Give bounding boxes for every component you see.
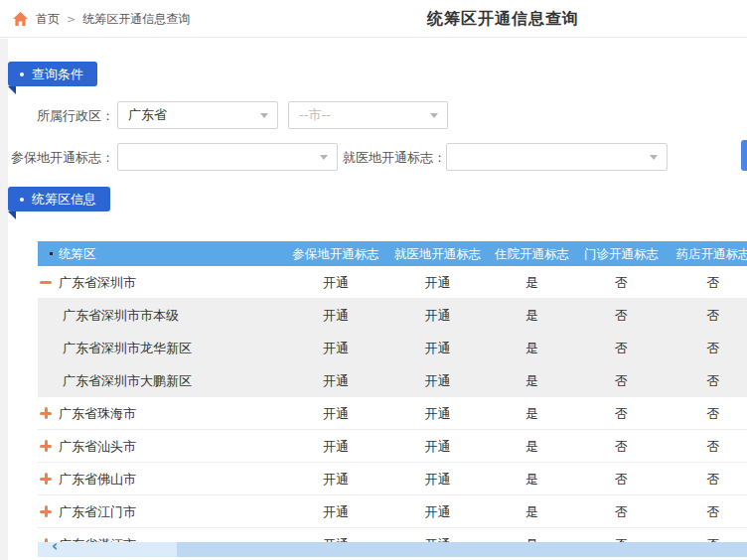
- cell-hospital-flag: 是: [490, 463, 574, 494]
- region-table: 统筹区 参保地开通标志 就医地开通标志 住院开通标志 门诊开通标志 药店开通标志…: [38, 241, 747, 560]
- section-header-info: 统筹区信息: [8, 187, 110, 211]
- col-header-hospital[interactable]: 住院开通标志: [490, 241, 574, 266]
- cell-hospital-flag: 是: [490, 364, 574, 396]
- cell-medical-flag: 开通: [385, 463, 490, 494]
- cell-insured-flag: 开通: [286, 266, 385, 298]
- cell-insured-flag: 开通: [286, 364, 385, 396]
- cell-clinic-flag: 否: [574, 364, 669, 396]
- chevron-down-icon: [430, 113, 438, 118]
- chevron-left-icon[interactable]: ‹: [52, 539, 58, 554]
- breadcrumb-current: 统筹区开通信息查询: [82, 11, 190, 28]
- toggle-icon[interactable]: [40, 473, 52, 485]
- cell-clinic-flag: 否: [574, 430, 669, 462]
- cell-pharmacy-flag: 否: [669, 266, 747, 298]
- medical-flag-select[interactable]: [446, 143, 668, 171]
- page: 首页 > 统筹区开通信息查询 统筹区开通信息查询 查询条件 所属行政区： 广东省…: [0, 0, 747, 560]
- home-icon[interactable]: [12, 11, 29, 27]
- cell-pharmacy-flag: 否: [669, 463, 747, 494]
- toggle-icon[interactable]: [40, 505, 52, 517]
- region-name: 广东省佛山市: [59, 463, 136, 494]
- chevron-down-icon: [320, 155, 328, 160]
- cell-pharmacy-flag: 否: [669, 397, 747, 429]
- city-select[interactable]: --市--: [288, 101, 448, 129]
- cell-insured-flag: 开通: [286, 463, 385, 494]
- breadcrumb-home[interactable]: 首页: [36, 11, 60, 28]
- cell-hospital-flag: 是: [490, 495, 574, 527]
- cell-pharmacy-flag: 否: [669, 495, 747, 527]
- chevron-down-icon: [650, 155, 658, 160]
- cell-hospital-flag: 是: [490, 430, 574, 462]
- chevron-down-icon: [260, 113, 268, 118]
- region-name: 广东省深圳市龙华新区: [63, 332, 192, 363]
- breadcrumb-separator: >: [67, 13, 75, 26]
- cell-hospital-flag: 是: [490, 397, 574, 429]
- col-header-insured[interactable]: 参保地开通标志: [286, 241, 385, 266]
- insured-flag-label: 参保地开通标志：: [0, 144, 114, 172]
- cell-pharmacy-flag: 否: [669, 332, 747, 363]
- region-label: 所属行政区：: [0, 102, 114, 130]
- table-body: 广东省深圳市 开通 开通 是 否 否 广东省深圳市市本级 开通 开通 是 否 否…: [38, 266, 747, 560]
- col-header-clinic[interactable]: 门诊开通标志: [574, 241, 669, 266]
- cell-medical-flag: 开通: [385, 495, 490, 527]
- cell-clinic-flag: 否: [574, 332, 669, 363]
- toggle-icon[interactable]: [40, 276, 52, 288]
- col-header-pharmacy[interactable]: 药店开通标志: [669, 241, 747, 266]
- province-select[interactable]: 广东省: [117, 101, 278, 129]
- top-bar: 首页 > 统筹区开通信息查询 统筹区开通信息查询: [0, 0, 747, 38]
- cell-pharmacy-flag: 否: [669, 364, 747, 396]
- region-name: 广东省江门市: [59, 495, 136, 527]
- cell-medical-flag: 开通: [385, 430, 490, 462]
- bullet-icon: [20, 198, 24, 202]
- province-select-value: 广东省: [128, 107, 167, 122]
- cell-medical-flag: 开通: [385, 364, 490, 396]
- cell-medical-flag: 开通: [385, 266, 490, 298]
- cell-clinic-flag: 否: [574, 266, 669, 298]
- table-row[interactable]: 广东省珠海市 开通 开通 是 否 否: [38, 397, 747, 430]
- page-title: 统筹区开通信息查询: [427, 9, 579, 30]
- table-row[interactable]: 广东省佛山市 开通 开通 是 否 否: [38, 463, 747, 495]
- section-query-label: 查询条件: [32, 66, 83, 83]
- cell-clinic-flag: 否: [574, 495, 669, 527]
- cell-insured-flag: 开通: [286, 495, 385, 527]
- medical-flag-label: 就医地开通标志：: [343, 144, 442, 172]
- section-header-query: 查询条件: [8, 62, 97, 86]
- breadcrumb: 首页 > 统筹区开通信息查询: [12, 0, 190, 38]
- scrollbar-thumb[interactable]: [177, 542, 747, 557]
- cell-clinic-flag: 否: [574, 463, 669, 494]
- table-row[interactable]: 广东省深圳市龙华新区 开通 开通 是 否 否: [38, 332, 747, 364]
- city-select-placeholder: --市--: [299, 107, 331, 122]
- table-header-row: 统筹区 参保地开通标志 就医地开通标志 住院开通标志 门诊开通标志 药店开通标志: [38, 241, 747, 266]
- region-name: 广东省珠海市: [59, 397, 136, 429]
- insured-flag-select[interactable]: [117, 143, 338, 171]
- cell-insured-flag: 开通: [286, 332, 385, 363]
- cell-hospital-flag: 是: [490, 299, 574, 331]
- table-row[interactable]: 广东省深圳市 开通 开通 是 否 否: [38, 266, 747, 299]
- table-row[interactable]: 广东省江门市 开通 开通 是 否 否: [38, 495, 747, 528]
- horizontal-scrollbar[interactable]: ‹: [38, 542, 747, 557]
- col-header-region[interactable]: 统筹区: [38, 241, 286, 266]
- cell-medical-flag: 开通: [385, 397, 490, 429]
- cell-insured-flag: 开通: [286, 430, 385, 462]
- cell-pharmacy-flag: 否: [669, 299, 747, 331]
- table-row[interactable]: 广东省深圳市市本级 开通 开通 是 否 否: [38, 299, 747, 332]
- toggle-icon[interactable]: [40, 440, 52, 452]
- toggle-icon[interactable]: [40, 407, 52, 419]
- section-info-label: 统筹区信息: [32, 191, 96, 209]
- cell-medical-flag: 开通: [385, 332, 490, 363]
- cell-pharmacy-flag: 否: [669, 430, 747, 462]
- bullet-icon: [20, 72, 24, 76]
- query-button[interactable]: [741, 140, 747, 171]
- cell-clinic-flag: 否: [574, 299, 669, 331]
- col-header-medical[interactable]: 就医地开通标志: [385, 241, 490, 266]
- cell-hospital-flag: 是: [490, 266, 574, 298]
- cell-hospital-flag: 是: [490, 332, 574, 363]
- table-row[interactable]: 广东省深圳市大鹏新区 开通 开通 是 否 否: [38, 364, 747, 397]
- table-row[interactable]: 广东省汕头市 开通 开通 是 否 否: [38, 430, 747, 463]
- cell-clinic-flag: 否: [574, 397, 669, 429]
- region-name: 广东省深圳市: [59, 266, 136, 298]
- dot-icon: [50, 252, 53, 255]
- region-name: 广东省深圳市大鹏新区: [63, 364, 192, 396]
- cell-insured-flag: 开通: [286, 397, 385, 429]
- cell-insured-flag: 开通: [286, 299, 385, 331]
- region-name: 广东省汕头市: [59, 430, 136, 462]
